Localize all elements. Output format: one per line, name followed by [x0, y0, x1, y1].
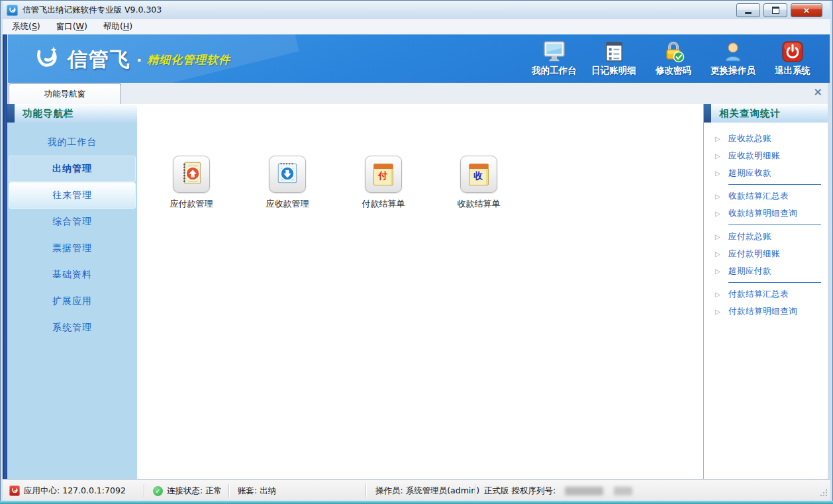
brand-tagline: 精细化管理软件: [147, 52, 230, 68]
exit-system-button[interactable]: 退出系统: [766, 39, 819, 77]
shortcut-receipt-settlement[interactable]: 收 收款结算单: [442, 156, 515, 210]
app-center-text: 应用中心: 127.0.0.1:7092: [24, 485, 126, 497]
menu-bar: 系统(S) 窗口(W) 帮助(H): [3, 19, 830, 35]
sidebar-item-basic-data[interactable]: 基础资料: [9, 262, 136, 288]
journal-icon: [603, 39, 625, 63]
triangle-bullet-icon: ▷: [715, 193, 728, 200]
function-nav-sidebar: 我的工作台 出纳管理 往来管理 综合管理 票据管理 基础资料 扩展应用 系统管理: [7, 123, 137, 479]
account-set-text: 账套: 出纳: [238, 485, 276, 497]
connection-ok-icon: ✓: [153, 486, 163, 496]
status-separator: [144, 484, 145, 497]
sidebar-item-my-workbench[interactable]: 我的工作台: [9, 129, 136, 156]
menu-system[interactable]: 系统(S): [5, 19, 47, 34]
restore-icon: [772, 7, 779, 14]
tab-close-icon[interactable]: ×: [814, 87, 822, 97]
panel-accent-bar: [7, 104, 15, 123]
related-query-title: 相关查询统计: [711, 107, 781, 120]
operator-icon: [722, 39, 744, 63]
triangle-bullet-icon: ▷: [715, 170, 728, 177]
change-password-button[interactable]: 修改密码: [647, 39, 700, 77]
query-overdue-payables[interactable]: ▷超期应付款: [704, 262, 828, 279]
minimize-button[interactable]: [736, 3, 760, 17]
app-header: 信管飞 · 精细化管理软件 我的工作台: [3, 34, 830, 83]
window-controls: ×: [736, 3, 822, 17]
shortcut-receivable-management[interactable]: 应收款管理: [251, 156, 324, 210]
connection-text: 连接状态: 正常: [167, 485, 222, 497]
query-receivable-detail-ledger[interactable]: ▷应收款明细账: [704, 147, 828, 164]
receipt-slip-icon: 收: [469, 164, 489, 185]
window-title: 信管飞出纳记账软件专业版 V9.0.303: [23, 5, 162, 16]
payment-slip-icon: 付: [373, 164, 393, 185]
connection-status: ✓ 连接状态: 正常: [153, 479, 222, 502]
lock-icon: [662, 39, 685, 63]
sidebar-item-system-management[interactable]: 系统管理: [9, 315, 136, 341]
my-workbench-button[interactable]: 我的工作台: [528, 39, 581, 77]
query-receipt-settlement-summary[interactable]: ▷收款结算汇总表: [704, 187, 828, 205]
brand-name: 信管飞: [68, 46, 131, 74]
related-query-header: 相关查询统计: [704, 104, 828, 123]
query-payable-general-ledger[interactable]: ▷应付款总账: [704, 228, 828, 245]
restore-button[interactable]: [763, 3, 787, 17]
license-text: 正式版 授权序列号:: [484, 485, 556, 497]
related-query-panel: 相关查询统计 ▷应收款总账 ▷应收款明细账 ▷超期应收款 ▷收款结算汇总表 ▷收…: [703, 104, 828, 479]
group-divider: [728, 282, 821, 283]
triangle-bullet-icon: ▷: [715, 291, 728, 298]
power-icon: [781, 39, 804, 63]
resize-grip[interactable]: [820, 487, 828, 499]
triangle-bullet-icon: ▷: [715, 308, 728, 315]
minimize-icon: [745, 12, 752, 14]
account-set-status: 账套: 出纳: [238, 479, 276, 502]
function-nav-title: 功能导航栏: [15, 107, 74, 120]
sidebar-item-bill-management[interactable]: 票据管理: [9, 235, 136, 262]
menu-window[interactable]: 窗口(W): [50, 19, 94, 34]
receivable-notebook-icon: [275, 160, 300, 188]
query-receivable-general-ledger[interactable]: ▷应收款总账: [704, 130, 828, 147]
triangle-bullet-icon: ▷: [715, 268, 728, 275]
journal-detail-button[interactable]: 日记账明细: [587, 39, 640, 77]
group-divider: [728, 225, 821, 225]
brand-logo-icon: [32, 44, 61, 76]
triangle-bullet-icon: ▷: [715, 233, 728, 240]
triangle-bullet-icon: ▷: [715, 210, 728, 217]
triangle-bullet-icon: ▷: [715, 152, 728, 160]
app-center-icon: [9, 485, 20, 496]
query-receipt-settlement-detail[interactable]: ▷收款结算明细查询: [704, 205, 828, 222]
operator-status: 操作员: 系统管理员(admin): [375, 479, 479, 502]
tab-strip: 功能导航窗 ×: [7, 83, 828, 104]
status-separator: [366, 484, 367, 497]
status-separator: [228, 484, 230, 497]
panel-accent-bar: [704, 104, 711, 123]
brand: 信管飞 · 精细化管理软件: [32, 44, 230, 76]
license-serial-redacted: [614, 487, 632, 495]
query-overdue-receivables[interactable]: ▷超期应收款: [704, 164, 828, 181]
switch-operator-button[interactable]: 更换操作员: [707, 39, 760, 77]
license-status: 正式版 授权序列号:: [484, 479, 632, 502]
monitor-icon: [542, 39, 566, 63]
window-bottom-edge: [0, 501, 833, 504]
shortcut-payable-management[interactable]: 应付款管理: [155, 156, 228, 210]
menu-help[interactable]: 帮助(H): [97, 19, 139, 34]
close-button[interactable]: ×: [791, 3, 822, 17]
header-toolbar: 我的工作台 日记账明细: [528, 39, 819, 77]
main-workspace: 应付款管理 应收款管理 付 付款结算单: [137, 104, 703, 479]
query-payment-settlement-detail[interactable]: ▷付款结算明细查询: [704, 303, 828, 320]
query-payable-detail-ledger[interactable]: ▷应付款明细账: [704, 245, 828, 262]
sidebar-item-current-accounts[interactable]: 往来管理: [9, 182, 136, 209]
status-separator: [475, 484, 476, 497]
payable-notebook-icon: [179, 160, 204, 188]
brand-separator: ·: [136, 52, 142, 68]
query-payment-settlement-summary[interactable]: ▷付款结算汇总表: [704, 285, 828, 303]
operator-text: 操作员: 系统管理员(admin): [375, 485, 479, 497]
shortcut-payment-settlement[interactable]: 付 付款结算单: [347, 156, 420, 210]
sidebar-item-comprehensive-management[interactable]: 综合管理: [9, 209, 136, 235]
triangle-bullet-icon: ▷: [715, 250, 728, 258]
title-bar: 信管飞出纳记账软件专业版 V9.0.303 ×: [3, 1, 830, 19]
group-divider: [728, 184, 821, 185]
sidebar-item-extended-apps[interactable]: 扩展应用: [9, 288, 136, 315]
license-serial-redacted: [565, 487, 603, 495]
tab-function-navigator[interactable]: 功能导航窗: [9, 83, 121, 105]
app-logo-icon: [7, 5, 18, 16]
sidebar-item-cashier-management[interactable]: 出纳管理: [9, 156, 136, 182]
app-center-status: 应用中心: 127.0.0.1:7092: [9, 479, 126, 502]
status-bar: 应用中心: 127.0.0.1:7092 ✓ 连接状态: 正常 账套: 出纳 操…: [3, 479, 830, 502]
